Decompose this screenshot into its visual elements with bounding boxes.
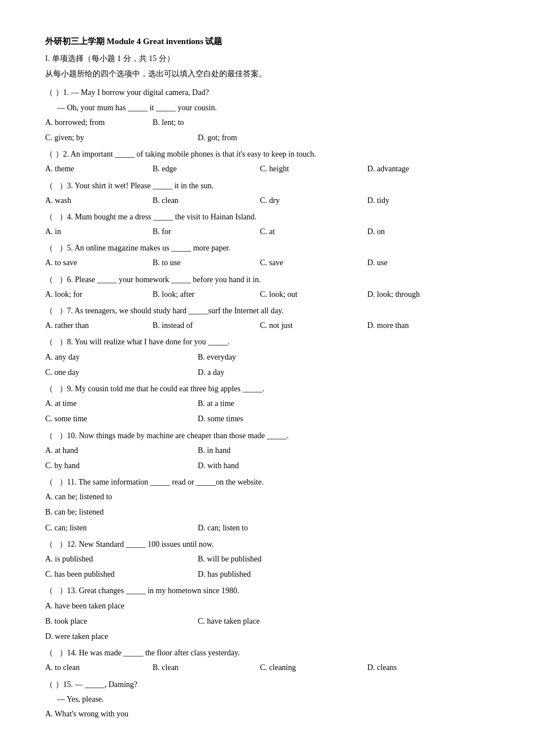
q15-line2: — Yes, please. xyxy=(45,692,489,706)
q8-optC: C. one day xyxy=(45,365,192,379)
q7-optB: B. instead of xyxy=(153,318,254,332)
q11-optA: A. can be; listened to xyxy=(45,490,483,504)
q12-line: （ ） 12. New Standard _____ 100 issues un… xyxy=(45,537,489,551)
bracket-open: （ xyxy=(45,646,53,660)
bracket-close: ） xyxy=(59,646,67,660)
q9-optB: B. at a time xyxy=(198,396,345,411)
q15-indent xyxy=(45,692,57,706)
q1-text2: — Oh, your mum has _____ it _____ your c… xyxy=(57,101,217,115)
q14-optC: C. cleaning xyxy=(260,660,362,675)
q11-text: 11. The same information _____ read or _… xyxy=(67,475,264,489)
q13-optD: D. were taken place xyxy=(45,629,483,643)
q8-bracket-space xyxy=(53,335,59,349)
q13-text: 13. Great changes _____ in my hometown s… xyxy=(67,584,240,598)
q1-line1: （ ） 1. — May I borrow your digital camer… xyxy=(45,85,489,100)
q12-optB: B. will be published xyxy=(198,552,345,566)
q11-line: （ ） 11. The same information _____ read … xyxy=(45,475,489,489)
q3-optD: D. tidy xyxy=(367,193,469,208)
question-3: （ ） 3. Your shirt it wet! Please _____ i… xyxy=(45,179,489,208)
q11-optD: D. can; listen to xyxy=(198,521,345,535)
q12-optD: D. has published xyxy=(198,567,345,581)
q7-optC: C. not just xyxy=(260,318,362,332)
bracket-close: ） xyxy=(59,179,67,193)
q9-optA: A. at time xyxy=(45,396,192,411)
bracket-close: ） xyxy=(59,429,67,443)
q3-optC: C. dry xyxy=(260,193,362,208)
q3-options: A. wash B. clean C. dry D. tidy xyxy=(45,193,489,208)
bracket-open: （ xyxy=(45,677,53,692)
q11-optB: B. can be; listened xyxy=(45,505,483,519)
section-header: I. 单项选择（每小题 1 分，共 15 分） xyxy=(45,51,489,66)
q9-optC: C. some time xyxy=(45,412,192,426)
q4-optB: B. for xyxy=(153,224,254,239)
q2-optA: A. theme xyxy=(45,162,147,176)
q4-optD: D. on xyxy=(367,224,469,239)
bracket-close: ） xyxy=(55,677,63,692)
q6-bracket-space xyxy=(53,273,59,287)
q14-text: 14. He was made _____ the floor after cl… xyxy=(67,646,240,660)
instruction: 从每小题所给的四个选项中，选出可以填入空白处的最佳答案。 xyxy=(45,67,489,81)
question-15: （ ） 15. — _____, Daming? — Yes, please. … xyxy=(45,677,489,722)
q7-options: A. rather than B. instead of C. not just… xyxy=(45,318,489,332)
q12-bracket-space xyxy=(53,537,59,551)
q1-num: 1. — May I borrow your digital camera, D… xyxy=(63,85,209,100)
q6-text: 6. Please _____ your homework _____ befo… xyxy=(67,273,261,287)
q15-text: 15. — _____, Daming? xyxy=(63,677,138,692)
q11-optC-row: C. can; listen D. can; listen to xyxy=(45,521,489,535)
question-2: （ ） 2. An important _____ of taking mobi… xyxy=(45,147,489,176)
q9-options2: C. some time D. some times xyxy=(45,412,489,426)
q12-optA: A. is published xyxy=(45,552,192,566)
q2-line: （ ） 2. An important _____ of taking mobi… xyxy=(45,147,489,161)
q8-options: A. any day B. everyday xyxy=(45,350,489,364)
bracket-close: ） xyxy=(59,241,67,255)
q2-optD: D. advantage xyxy=(367,162,469,176)
q5-text: 5. An online magazine makes us _____ mor… xyxy=(67,241,231,255)
bracket-close: ） xyxy=(55,85,63,100)
q8-text: 8. You will realize what I have done for… xyxy=(67,335,230,349)
q10-optC: C. by hand xyxy=(45,459,192,473)
q5-optD: D. use xyxy=(367,256,469,270)
q9-bracket-space xyxy=(53,382,59,396)
q5-bracket-space xyxy=(53,241,59,255)
q6-optC: C. look; out xyxy=(260,287,362,301)
bracket-close: ） xyxy=(59,273,67,287)
q11-bracket-space xyxy=(53,475,59,489)
q12-optC: C. has been published xyxy=(45,567,192,581)
q11-optA-row: A. can be; listened to xyxy=(45,490,489,504)
question-1: （ ） 1. — May I borrow your digital camer… xyxy=(45,85,489,145)
q8-optD: D. a day xyxy=(198,365,345,379)
bracket-close: ） xyxy=(59,537,67,551)
q1-optA: A. borrowed; from xyxy=(45,115,147,129)
q4-line: （ ） 4. Mum bought me a dress _____ the v… xyxy=(45,210,489,224)
q13-optB: B. took place xyxy=(45,614,192,628)
q6-optD: D. look; through xyxy=(367,287,469,301)
question-8: （ ） 8. You will realize what I have done… xyxy=(45,335,489,379)
bracket-close: ） xyxy=(59,210,67,224)
q10-options2: C. by hand D. with hand xyxy=(45,459,489,473)
q2-optB: B. edge xyxy=(153,162,254,176)
bracket-close: ） xyxy=(59,584,67,598)
q7-optA: A. rather than xyxy=(45,318,147,332)
bracket-open: （ xyxy=(45,273,53,287)
bracket-close: ） xyxy=(59,304,67,318)
q5-line: （ ） 5. An online magazine makes us _____… xyxy=(45,241,489,255)
q5-optA: A. to save xyxy=(45,256,147,270)
q1-line2: — Oh, your mum has _____ it _____ your c… xyxy=(45,101,489,115)
q10-options: A. at hand B. in hand xyxy=(45,443,489,457)
question-11: （ ） 11. The same information _____ read … xyxy=(45,475,489,535)
q14-optD: D. cleans xyxy=(367,660,469,675)
q9-text: 9. My cousin told me that he could eat t… xyxy=(67,382,264,396)
q7-line: （ ） 7. As teenagers, we should study har… xyxy=(45,304,489,318)
q10-bracket-space xyxy=(53,429,59,443)
q15-line1: （ ） 15. — _____, Daming? xyxy=(45,677,489,692)
q4-optC: C. at xyxy=(260,224,362,239)
question-10: （ ） 10. Now things made by machine are c… xyxy=(45,429,489,473)
q1-optD: D. got; from xyxy=(198,131,299,145)
bracket-open: （ xyxy=(45,304,53,318)
page-title: 外研初三上学期 Module 4 Great inventions 试题 xyxy=(45,34,489,49)
bracket-open: （ xyxy=(45,210,53,224)
q3-optA: A. wash xyxy=(45,193,147,208)
q1-optB: B. lent; to xyxy=(153,115,254,129)
bracket-open: （ xyxy=(45,584,53,598)
q15-options: A. What's wrong with you xyxy=(45,707,489,721)
